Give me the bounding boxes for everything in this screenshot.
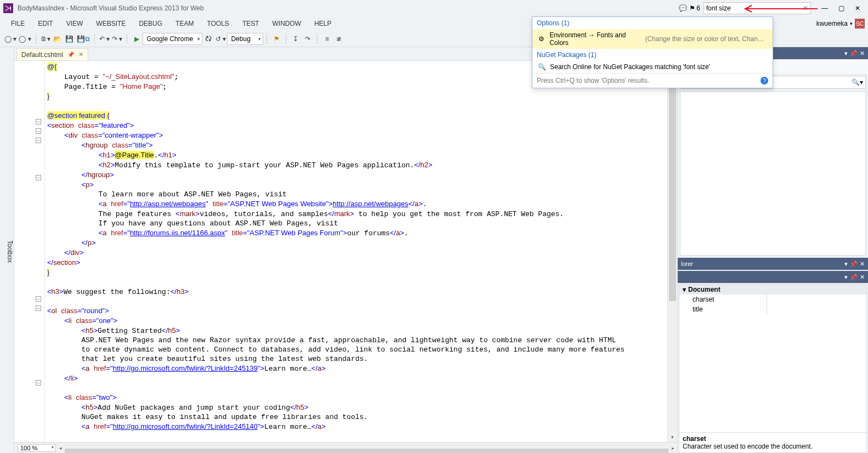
collapse-icon[interactable]: ▾ xyxy=(683,286,686,293)
step-into-button[interactable]: ↧ xyxy=(290,33,302,45)
property-help: charset Character set used to encode the… xyxy=(679,432,866,452)
menu-debug[interactable]: DEBUG xyxy=(132,18,169,30)
step-over-button[interactable]: ↷ xyxy=(302,33,314,45)
browser-link-button[interactable]: ↺ ▾ xyxy=(214,33,227,45)
toolbox-panel-collapsed[interactable]: Toolbox xyxy=(0,47,14,453)
scroll-left-icon[interactable]: ◂ xyxy=(56,445,65,451)
vs-logo-icon xyxy=(3,3,13,13)
help-icon[interactable]: ? xyxy=(761,77,768,84)
close-icon[interactable]: ✕ xyxy=(860,50,865,57)
outline-collapse-icon[interactable]: − xyxy=(36,305,41,311)
close-tab-icon[interactable]: ✕ xyxy=(78,51,83,58)
property-row-charset[interactable]: charset xyxy=(679,295,866,304)
titlebar: BodyMassIndex - Microsoft Visual Studio … xyxy=(0,0,868,16)
quick-launch-clear-icon[interactable]: ✕ xyxy=(803,4,808,12)
notifications-button[interactable]: ⚑ 6 xyxy=(689,4,700,12)
quick-launch-box[interactable]: ✕ xyxy=(704,2,811,14)
search-icon: 🔍▾ xyxy=(852,78,863,86)
undo-button[interactable]: ↶ ▾ xyxy=(98,33,111,45)
outline-collapse-icon[interactable]: − xyxy=(36,119,41,124)
document-tab-label: Default.cshtml xyxy=(21,51,63,59)
property-row-title[interactable]: title xyxy=(679,304,866,314)
pin-icon[interactable]: 📌 xyxy=(67,52,74,58)
ql-category-options[interactable]: Options (1) xyxy=(532,17,773,29)
right-panels: ▾📌✕ 🔍▾ lorer▾📌✕ ▾📌✕ ▾Document charset ti… xyxy=(677,47,868,453)
outline-collapse-icon[interactable]: − xyxy=(36,175,41,180)
nav-back-button[interactable]: ◯ ▾ xyxy=(3,33,18,45)
close-button[interactable]: ✕ xyxy=(850,3,865,14)
open-button[interactable]: 📂 xyxy=(52,33,64,45)
panel-title-explorer[interactable]: lorer▾📌✕ xyxy=(678,258,868,270)
zoom-combo[interactable]: 100 % xyxy=(18,444,56,452)
redo-button[interactable]: ↷ ▾ xyxy=(111,33,123,45)
menu-file[interactable]: FILE xyxy=(4,18,31,30)
menu-help[interactable]: HELP xyxy=(308,18,338,30)
editor: Default.cshtml 📌 ✕ −−−−−−− @{ Layout = "… xyxy=(14,47,677,453)
uncomment-button[interactable]: ≢ xyxy=(333,33,345,45)
notification-count: 6 xyxy=(696,4,700,12)
panel-menu-icon[interactable]: ▾ xyxy=(844,50,848,57)
browser-combo[interactable]: Google Chrome xyxy=(143,33,202,45)
feedback-icon[interactable]: 💬 xyxy=(676,2,689,15)
menu-view[interactable]: VIEW xyxy=(60,18,90,30)
window-title: BodyMassIndex - Microsoft Visual Studio … xyxy=(18,4,204,12)
user-menu[interactable]: kwuemeka ▾ SC xyxy=(816,19,865,29)
config-combo[interactable]: Debug xyxy=(227,33,263,45)
save-all-button[interactable]: 💾⧉ xyxy=(76,33,91,45)
minimize-button[interactable]: — xyxy=(818,3,832,14)
outline-collapse-icon[interactable]: − xyxy=(36,128,41,134)
menu-window[interactable]: WINDOW xyxy=(266,18,308,30)
user-avatar: SC xyxy=(855,19,865,29)
pin-icon[interactable]: 📌 xyxy=(850,50,858,57)
property-category-document[interactable]: ▾Document xyxy=(679,285,866,295)
ql-item-fonts-colors[interactable]: ⚙ Environment → Fonts and Colors (Change… xyxy=(532,29,773,49)
scroll-down-icon[interactable]: ▾ xyxy=(668,432,677,442)
ql-item-nuget-search[interactable]: 🔍 Search Online for NuGet Packages match… xyxy=(532,61,773,73)
menu-team[interactable]: TEAM xyxy=(169,18,200,30)
maximize-button[interactable]: ▢ xyxy=(834,3,848,14)
scroll-right-icon[interactable]: ▸ xyxy=(668,445,677,451)
search-icon: 🔍 xyxy=(538,63,546,71)
panel-title-properties[interactable]: ▾📌✕ xyxy=(678,271,868,283)
outline-collapse-icon[interactable]: − xyxy=(36,380,41,386)
code-editor-content[interactable]: @{ Layout = "~/_SiteLayout.cshtml"; Page… xyxy=(45,61,667,442)
menu-test[interactable]: TEST xyxy=(236,18,266,30)
editor-statusbar: 100 % ◂ ▸ xyxy=(14,442,677,453)
menu-tools[interactable]: TOOLS xyxy=(200,18,235,30)
horizontal-scrollbar[interactable]: ◂ ▸ xyxy=(56,444,677,452)
gear-icon: ⚙ xyxy=(538,35,545,43)
menu-edit[interactable]: EDIT xyxy=(31,18,59,30)
save-button[interactable]: 💾 xyxy=(64,33,76,45)
nav-fwd-button[interactable]: ◯ ▾ xyxy=(18,33,32,45)
ql-hint-bar: Press Ctrl+Q to show 'Options' results. … xyxy=(532,73,773,88)
publish-button[interactable]: ⚑ xyxy=(270,33,282,45)
comment-button[interactable]: ≡ xyxy=(321,33,333,45)
new-project-button[interactable]: 🗎▾ xyxy=(39,33,52,45)
chevron-down-icon: ▾ xyxy=(850,21,853,26)
ql-category-nuget[interactable]: NuGet Packages (1) xyxy=(532,49,773,61)
quick-launch-dropdown: Options (1) ⚙ Environment → Fonts and Co… xyxy=(532,16,773,88)
user-name: kwuemeka xyxy=(816,20,848,27)
quick-launch-input[interactable] xyxy=(706,4,808,12)
vertical-scrollbar[interactable]: ▴ ▾ xyxy=(667,61,677,442)
editor-gutter[interactable]: −−−−−−− xyxy=(14,61,45,442)
scrollbar-thumb[interactable] xyxy=(669,71,676,301)
menu-website[interactable]: WEBSITE xyxy=(89,18,132,30)
outline-collapse-icon[interactable]: − xyxy=(36,138,41,143)
start-debug-button[interactable]: ▶ xyxy=(131,33,143,45)
flag-icon: ⚑ xyxy=(689,4,695,12)
browser-link-refresh-button[interactable]: 🗘 xyxy=(202,33,214,45)
outline-collapse-icon[interactable]: − xyxy=(36,296,41,302)
document-tab-default[interactable]: Default.cshtml 📌 ✕ xyxy=(16,48,88,60)
hscrollbar-thumb[interactable] xyxy=(65,449,668,454)
